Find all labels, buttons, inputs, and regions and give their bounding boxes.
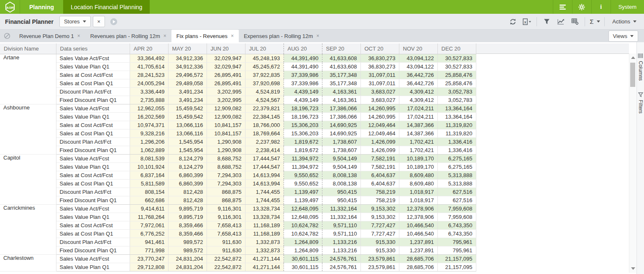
value-cell[interactable]: 3,683,027 xyxy=(360,96,399,104)
value-cell[interactable]: 9,414,611 xyxy=(130,204,168,213)
value-cell[interactable]: 13,328,734 xyxy=(245,213,284,221)
value-cell[interactable]: 8,008,138 xyxy=(322,171,360,179)
value-cell[interactable]: 1,545,954 xyxy=(168,146,207,154)
value-cell[interactable]: 1,264,809 xyxy=(284,238,322,246)
value-cell[interactable]: 1,062,889 xyxy=(130,146,168,154)
vertical-scrollbar[interactable] xyxy=(629,53,636,273)
value-cell[interactable]: 26,895,491 xyxy=(207,71,245,79)
views-dropdown[interactable]: Views xyxy=(608,30,638,42)
agr-logo[interactable]: AGR xyxy=(0,0,20,14)
disable-toggle[interactable] xyxy=(0,30,14,42)
value-cell[interactable]: 14,690,925 xyxy=(322,121,360,129)
value-cell[interactable]: 7,294,303 xyxy=(207,171,245,179)
value-cell[interactable]: 37,922,835 xyxy=(245,71,284,79)
value-cell[interactable]: 3,683,027 xyxy=(360,87,399,96)
value-cell[interactable]: 950,415 xyxy=(322,196,360,204)
value-cell[interactable]: 5,313,888 xyxy=(437,171,476,179)
value-cell[interactable]: 45,248,193 xyxy=(245,54,284,62)
value-cell[interactable]: 1,744,455 xyxy=(245,196,284,204)
value-cell[interactable]: 3,202,995 xyxy=(207,87,245,96)
value-cell[interactable]: 28,685,706 xyxy=(399,263,437,271)
value-cell[interactable]: 18,196,723 xyxy=(284,112,322,121)
value-cell[interactable]: 10,624,782 xyxy=(284,221,322,229)
value-cell[interactable]: 3,491,234 xyxy=(168,87,207,96)
value-cell[interactable]: 7,959,608 xyxy=(437,213,476,221)
scroll-up-icon[interactable] xyxy=(631,56,635,59)
value-cell[interactable]: 7,972,061 xyxy=(130,221,168,229)
value-cell[interactable]: 41,633,608 xyxy=(322,62,360,71)
value-cell[interactable]: 18,766,000 xyxy=(245,121,284,129)
value-cell[interactable]: 24,005,294 xyxy=(130,79,168,87)
value-cell[interactable]: 12,049,464 xyxy=(360,121,399,129)
value-cell[interactable]: 1,018,917 xyxy=(399,188,437,196)
value-cell[interactable]: 24,576,761 xyxy=(322,263,360,271)
column-header[interactable]: JUL 20 xyxy=(245,43,284,54)
value-cell[interactable]: 9,895,719 xyxy=(168,204,207,213)
value-cell[interactable]: 795,961 xyxy=(437,238,476,246)
value-cell[interactable]: 15,306,203 xyxy=(284,121,322,129)
value-cell[interactable]: 9,550,652 xyxy=(284,179,322,188)
value-cell[interactable]: 37,339,986 xyxy=(284,71,322,79)
value-cell[interactable]: 8,008,138 xyxy=(322,179,360,188)
tab-expenses-plan-rolling-12m[interactable]: Expenses plan - Rolling 12m × xyxy=(239,30,325,42)
value-cell[interactable]: 1,139,497 xyxy=(284,188,322,196)
value-cell[interactable]: 1,426,099 xyxy=(360,137,399,146)
value-cell[interactable]: 1,738,607 xyxy=(322,146,360,154)
value-cell[interactable]: 41,271,144 xyxy=(245,263,284,271)
value-cell[interactable]: 14,260,995 xyxy=(360,104,399,112)
value-cell[interactable]: 771,998 xyxy=(130,246,168,254)
column-header[interactable]: APR 20 xyxy=(130,43,168,54)
value-cell[interactable]: 6,404,637 xyxy=(360,171,399,179)
value-cell[interactable]: 34,912,336 xyxy=(168,54,207,62)
value-cell[interactable]: 6,837,164 xyxy=(130,171,168,179)
value-cell[interactable]: 7,959,608 xyxy=(437,204,476,213)
value-cell[interactable]: 23,770,247 xyxy=(130,254,168,263)
value-cell[interactable]: 1,237,891 xyxy=(399,246,437,254)
value-cell[interactable]: 5,313,888 xyxy=(437,179,476,188)
value-cell[interactable]: 1,296,206 xyxy=(130,137,168,146)
column-header[interactable]: MAY 20 xyxy=(168,43,207,54)
column-header[interactable]: Division Name xyxy=(0,43,56,54)
value-cell[interactable]: 36,830,273 xyxy=(360,54,399,62)
value-cell[interactable]: 4,524,819 xyxy=(245,87,284,96)
column-header[interactable]: JUN 20 xyxy=(207,43,245,54)
value-cell[interactable]: 8,124,279 xyxy=(168,162,207,171)
columns-panel-icon[interactable] xyxy=(638,53,643,58)
aggregate-dropdown[interactable]: Σ xyxy=(588,16,602,27)
filters-panel-tab[interactable]: Filters xyxy=(638,100,644,114)
value-cell[interactable]: 1,819,672 xyxy=(284,146,322,154)
value-cell[interactable]: 8,688,752 xyxy=(207,162,245,171)
value-cell[interactable]: 29,496,572 xyxy=(168,71,207,79)
value-cell[interactable]: 6,275,165 xyxy=(437,154,476,162)
value-cell[interactable]: 11,168,189 xyxy=(245,229,284,238)
value-cell[interactable]: 22,384,145 xyxy=(245,112,284,121)
value-cell[interactable]: 1,744,455 xyxy=(245,188,284,196)
column-header[interactable]: NOV 20 xyxy=(399,43,437,54)
value-cell[interactable]: 1,336,416 xyxy=(437,137,476,146)
value-cell[interactable]: 1,702,421 xyxy=(399,146,437,154)
value-cell[interactable]: 30,527,833 xyxy=(437,62,476,71)
value-cell[interactable]: 662,686 xyxy=(130,196,168,204)
value-cell[interactable]: 6,860,399 xyxy=(168,179,207,188)
value-cell[interactable]: 12,909,082 xyxy=(207,112,245,121)
value-cell[interactable]: 3,491,234 xyxy=(168,96,207,104)
actions-dropdown[interactable]: Actions xyxy=(607,18,638,25)
value-cell[interactable]: 36,442,726 xyxy=(399,79,437,87)
value-cell[interactable]: 22,379,821 xyxy=(245,104,284,112)
value-cell[interactable]: 10,101,924 xyxy=(130,162,168,171)
value-cell[interactable]: 812,428 xyxy=(168,196,207,204)
value-cell[interactable]: 9,571,110 xyxy=(322,229,360,238)
value-cell[interactable]: 13,066,116 xyxy=(168,121,207,129)
value-cell[interactable]: 24,576,761 xyxy=(322,254,360,263)
value-cell[interactable]: 1,237,891 xyxy=(399,238,437,246)
value-cell[interactable]: 14,260,995 xyxy=(360,112,399,121)
column-header[interactable]: AUG 20 xyxy=(284,43,322,54)
value-cell[interactable]: 28,241,523 xyxy=(130,71,168,79)
value-cell[interactable]: 941,461 xyxy=(130,238,168,246)
value-cell[interactable]: 15,306,203 xyxy=(284,129,322,137)
value-cell[interactable]: 31,097,011 xyxy=(360,79,399,87)
value-cell[interactable]: 17,024,211 xyxy=(399,112,437,121)
value-cell[interactable]: 11,332,164 xyxy=(322,213,360,221)
value-cell[interactable]: 17,444,547 xyxy=(245,154,284,162)
value-cell[interactable]: 32,029,947 xyxy=(207,62,245,71)
